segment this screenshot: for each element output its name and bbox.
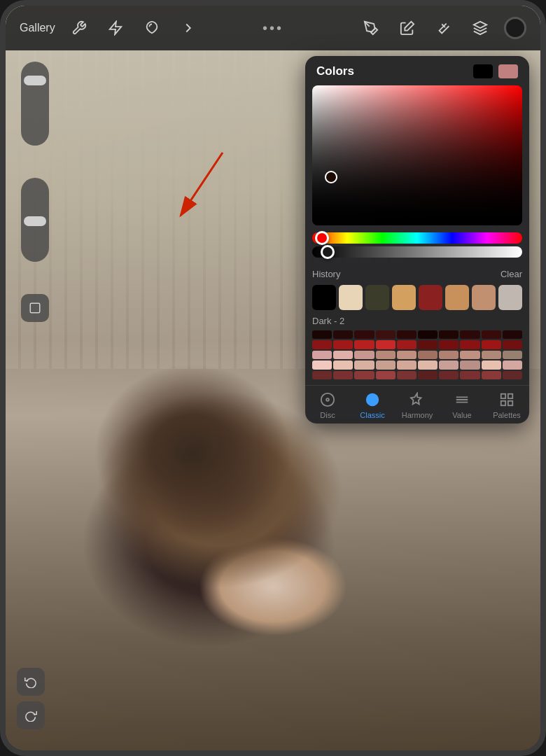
brightness-slider-thumb[interactable] xyxy=(321,245,335,259)
color-mode-tabs: Disc Classic Harmony xyxy=(305,385,529,424)
palette-cell-3[interactable] xyxy=(376,330,396,339)
panel-header: Colors xyxy=(305,56,529,85)
tab-palettes[interactable]: Palettes xyxy=(484,391,529,419)
palette-cell-23[interactable] xyxy=(376,351,396,359)
palette-cell-10[interactable] xyxy=(312,340,332,349)
palette-cell-9[interactable] xyxy=(503,330,522,339)
select-button[interactable] xyxy=(176,15,201,41)
palette-cell-43[interactable] xyxy=(376,371,396,379)
gallery-button[interactable]: Gallery xyxy=(20,22,55,34)
palette-cell-44[interactable] xyxy=(397,371,416,379)
history-label: History xyxy=(312,269,340,279)
palette-cell-39[interactable] xyxy=(503,360,522,369)
history-color-1[interactable] xyxy=(312,285,336,310)
palette-cell-18[interactable] xyxy=(482,340,501,349)
camera-button[interactable] xyxy=(504,17,526,39)
palette-cell-41[interactable] xyxy=(333,371,353,379)
redo-button[interactable] xyxy=(17,701,45,729)
palette-cell-16[interactable] xyxy=(439,340,458,349)
tab-disc[interactable]: Disc xyxy=(305,391,350,419)
palette-cell-25[interactable] xyxy=(418,351,438,359)
history-color-7[interactable] xyxy=(472,285,496,310)
palette-cell-20[interactable] xyxy=(312,351,332,359)
history-color-3[interactable] xyxy=(365,285,389,310)
palette-cell-1[interactable] xyxy=(333,330,353,339)
palette-cell-48[interactable] xyxy=(482,371,501,379)
svg-rect-16 xyxy=(508,401,512,405)
palette-cell-19[interactable] xyxy=(503,340,522,349)
palette-cell-26[interactable] xyxy=(439,351,458,359)
opacity-slider-container xyxy=(21,178,49,262)
palette-cell-47[interactable] xyxy=(460,371,479,379)
palette-cell-37[interactable] xyxy=(460,360,479,369)
palette-cell-13[interactable] xyxy=(376,340,396,349)
palette-cell-33[interactable] xyxy=(376,360,396,369)
wrench-button[interactable] xyxy=(66,15,92,41)
palette-cell-6[interactable] xyxy=(439,330,458,339)
palette-cell-2[interactable] xyxy=(354,330,374,339)
brightness-slider[interactable] xyxy=(312,246,522,258)
palette-cell-8[interactable] xyxy=(482,330,501,339)
palette-cell-36[interactable] xyxy=(439,360,458,369)
color-gradient-picker[interactable] xyxy=(312,85,522,225)
more-options-button[interactable]: ••• xyxy=(262,20,284,36)
palette-cell-5[interactable] xyxy=(418,330,438,339)
palette-cell-22[interactable] xyxy=(354,351,374,359)
eraser-button[interactable] xyxy=(431,15,456,41)
palette-cell-4[interactable] xyxy=(397,330,416,339)
background-color-swatch[interactable] xyxy=(498,64,518,78)
palette-cell-42[interactable] xyxy=(354,371,374,379)
color-picker-handle[interactable] xyxy=(325,171,337,183)
history-color-6[interactable] xyxy=(445,285,469,310)
palette-cell-11[interactable] xyxy=(333,340,353,349)
layers-button[interactable] xyxy=(468,15,493,41)
brush-size-slider[interactable] xyxy=(21,62,49,146)
palette-cell-30[interactable] xyxy=(312,360,332,369)
history-color-4[interactable] xyxy=(392,285,416,310)
palette-cell-15[interactable] xyxy=(418,340,438,349)
smudge-button[interactable] xyxy=(139,15,164,41)
palette-cell-24[interactable] xyxy=(397,351,416,359)
adjustments-button[interactable] xyxy=(103,15,128,41)
square-tool-button[interactable] xyxy=(21,294,49,322)
hue-slider-thumb[interactable] xyxy=(315,231,329,245)
palette-cell-17[interactable] xyxy=(460,340,479,349)
palette-cell-14[interactable] xyxy=(397,340,416,349)
harmony-tab-label: Harmony xyxy=(402,411,433,419)
palette-cell-32[interactable] xyxy=(354,360,374,369)
clear-history-button[interactable]: Clear xyxy=(500,269,522,279)
undo-button[interactable] xyxy=(17,668,45,696)
history-header: History Clear xyxy=(312,269,522,279)
palette-cell-46[interactable] xyxy=(439,371,458,379)
hue-slider[interactable] xyxy=(312,232,522,244)
palette-cell-0[interactable] xyxy=(312,330,332,339)
opacity-slider[interactable] xyxy=(21,178,49,262)
history-section: History Clear xyxy=(305,263,529,313)
palette-cell-31[interactable] xyxy=(333,360,353,369)
tab-classic[interactable]: Classic xyxy=(350,391,395,419)
palette-cell-12[interactable] xyxy=(354,340,374,349)
brightness-slider-container xyxy=(312,246,522,258)
palette-cell-34[interactable] xyxy=(397,360,416,369)
palette-cell-7[interactable] xyxy=(460,330,479,339)
palette-cell-45[interactable] xyxy=(418,371,438,379)
history-color-5[interactable] xyxy=(419,285,442,310)
main-toolbar: Gallery xyxy=(6,6,540,50)
foreground-color-swatch[interactable] xyxy=(473,64,493,78)
pen-tool-button[interactable] xyxy=(358,15,384,41)
palette-cell-21[interactable] xyxy=(333,351,353,359)
disc-tab-label: Disc xyxy=(320,411,335,419)
palette-cell-35[interactable] xyxy=(418,360,438,369)
palette-cell-27[interactable] xyxy=(460,351,479,359)
palette-cell-29[interactable] xyxy=(503,351,522,359)
tab-harmony[interactable]: Harmony xyxy=(395,391,440,419)
history-color-8[interactable] xyxy=(498,285,522,310)
eyedropper-button[interactable] xyxy=(395,15,420,41)
history-color-2[interactable] xyxy=(339,285,363,310)
palette-cell-28[interactable] xyxy=(482,351,501,359)
palettes-icon xyxy=(498,391,515,408)
palette-cell-38[interactable] xyxy=(482,360,501,369)
palette-cell-40[interactable] xyxy=(312,371,332,379)
palette-cell-49[interactable] xyxy=(503,371,522,379)
tab-value[interactable]: Value xyxy=(440,391,484,419)
